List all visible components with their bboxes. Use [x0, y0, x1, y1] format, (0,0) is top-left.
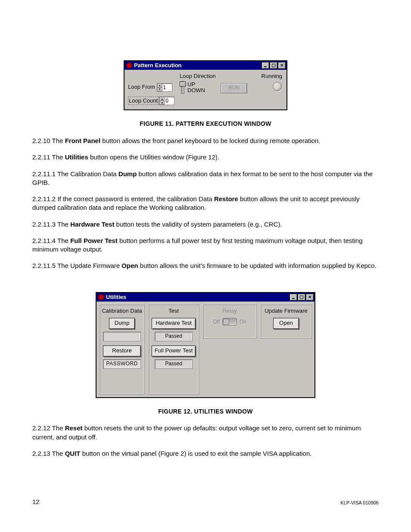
direction-down-label: DOWN [187, 87, 205, 93]
app-icon [98, 294, 104, 300]
minimize-button[interactable] [262, 62, 269, 69]
svg-rect-2 [292, 298, 295, 299]
relay-panel: Relay Off On [202, 304, 257, 339]
spin-up-icon[interactable]: ▲ [157, 84, 162, 87]
loop-from-value: 1 [162, 84, 172, 91]
para-2-2-13: 2.2.13 The QUIT button on the virtual pa… [32, 449, 379, 458]
test-panel: Test Hardware Test Passed Full Power Tes… [148, 304, 199, 395]
utilities-window: Utilities ✕ Calibration Data Dump Restor… [96, 292, 315, 398]
close-button[interactable]: ✕ [306, 294, 314, 301]
running-led [273, 82, 282, 91]
para-2-2-11: 2.2.11 The Utilities button opens the Ut… [32, 153, 379, 162]
svg-rect-0 [264, 66, 267, 67]
relay-on-label: On [240, 318, 246, 325]
window-title: Pattern Execution [134, 62, 182, 69]
para-2-2-11-4: 2.2.11.4 The Full Power Test button perf… [32, 236, 379, 254]
firmware-header: Update Firmware [262, 306, 310, 318]
loop-count-value: 0 [165, 97, 174, 105]
loop-count-spinner[interactable]: ▲▼ 0 [159, 96, 174, 105]
figure-11: Pattern Execution ✕ Loop Direction Runni… [32, 60, 379, 110]
spin-down-icon[interactable]: ▼ [157, 87, 162, 91]
loop-direction-slider[interactable] [180, 81, 186, 94]
figure-12-caption: FIGURE 12. UTILITIES WINDOW [32, 408, 379, 416]
para-2-2-11-2: 2.2.11.2 If the correct password is ente… [32, 195, 379, 212]
relay-header: Relay [205, 306, 255, 318]
svg-rect-1 [272, 64, 275, 67]
dump-button[interactable]: Dump [109, 318, 135, 329]
loop-from-spinner[interactable]: ▲▼ 1 [157, 83, 172, 92]
maximize-button[interactable] [270, 62, 277, 69]
para-2-2-12: 2.2.12 The Reset button resets the unit … [32, 424, 379, 442]
direction-up-label: UP [187, 81, 205, 87]
hardware-test-status: Passed [155, 332, 193, 341]
test-header: Test [150, 306, 197, 318]
relay-switch[interactable] [222, 318, 237, 326]
full-power-test-status: Passed [155, 359, 193, 369]
doc-id: KLP-VISA 010906 [340, 500, 379, 506]
password-field[interactable]: PASSWORD [103, 359, 141, 369]
para-2-2-10: 2.2.10 The Front Panel button allows the… [32, 137, 379, 145]
maximize-button[interactable] [298, 294, 305, 301]
figure-12: Utilities ✕ Calibration Data Dump Restor… [32, 292, 379, 398]
para-2-2-11-5: 2.2.11.5 The Update Firmware Open button… [32, 261, 379, 270]
figure-11-caption: FIGURE 11. PATTERN EXECUTION WINDOW [32, 120, 379, 128]
open-button[interactable]: Open [273, 318, 299, 329]
page-footer: 12 KLP-VISA 010906 [32, 498, 379, 506]
relay-off-label: Off [213, 318, 220, 325]
loop-count-label: Loop Count [129, 97, 158, 104]
titlebar: Utilities ✕ [97, 293, 314, 302]
titlebar: Pattern Execution ✕ [125, 61, 286, 70]
update-firmware-panel: Update Firmware Open [260, 304, 312, 339]
svg-rect-3 [300, 296, 303, 299]
para-2-2-11-1: 2.2.11.1 The Calibration Data Dump butto… [32, 170, 379, 187]
hardware-test-button[interactable]: Hardware Test [152, 318, 196, 329]
page-number: 12 [32, 498, 40, 506]
pattern-execution-window: Pattern Execution ✕ Loop Direction Runni… [124, 60, 287, 110]
app-icon [126, 62, 132, 68]
running-label: Running [262, 73, 282, 79]
loop-from-label: Loop From [128, 84, 155, 90]
spin-down-icon[interactable]: ▼ [159, 101, 165, 105]
run-button[interactable]: RUN [221, 83, 247, 93]
close-button[interactable]: ✕ [278, 62, 286, 69]
full-power-test-button[interactable]: Full Power Test [152, 345, 196, 357]
window-title: Utilities [106, 293, 126, 301]
dump-status [103, 332, 141, 341]
restore-button[interactable]: Restore [103, 345, 141, 357]
calibration-header: Calibration Data [101, 306, 143, 318]
loop-direction-label: Loop Direction [180, 73, 216, 79]
minimize-button[interactable] [290, 294, 297, 301]
spin-up-icon[interactable]: ▲ [159, 97, 165, 101]
calibration-panel: Calibration Data Dump Restore PASSWORD [99, 304, 145, 395]
para-2-2-11-3: 2.2.11.3 The Hardware Test button tests … [32, 220, 379, 229]
